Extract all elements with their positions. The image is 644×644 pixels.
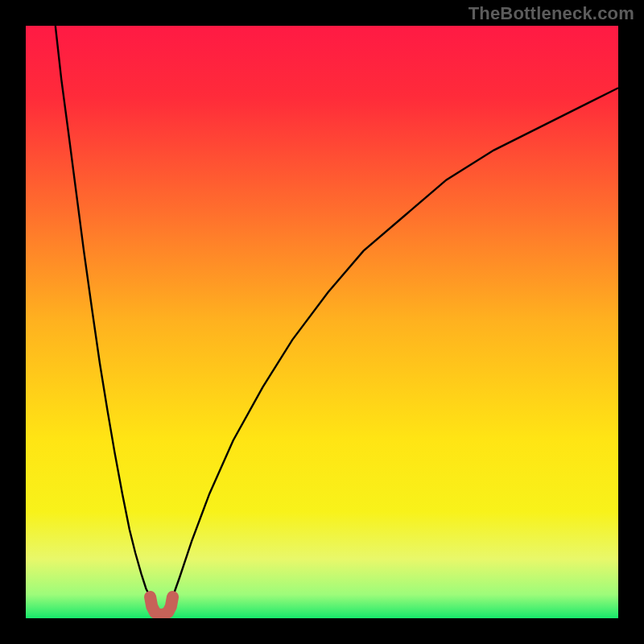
bottleneck-chart xyxy=(26,26,618,618)
chart-frame: TheBottleneck.com xyxy=(0,0,644,644)
plot-area xyxy=(26,26,618,618)
attribution-label: TheBottleneck.com xyxy=(469,3,634,24)
gradient-background xyxy=(26,26,618,618)
